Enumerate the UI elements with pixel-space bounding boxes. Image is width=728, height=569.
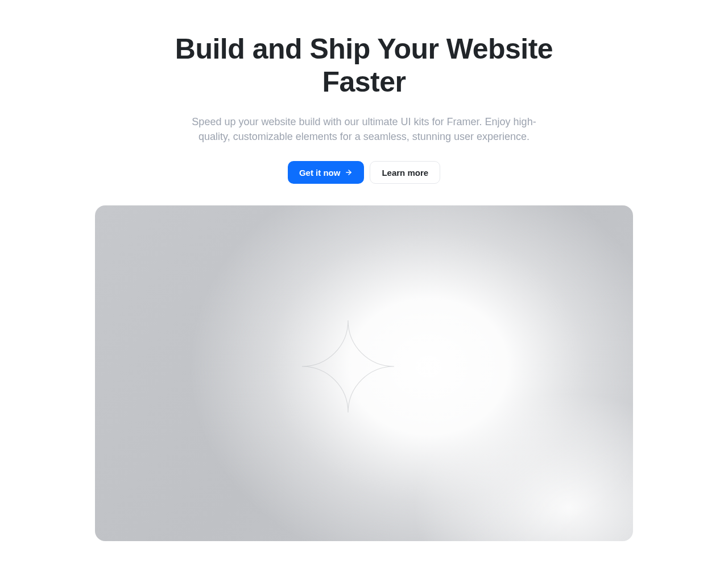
learn-more-button[interactable]: Learn more bbox=[370, 161, 440, 184]
cta-row: Get it now Learn more bbox=[288, 161, 440, 184]
get-it-now-button[interactable]: Get it now bbox=[288, 161, 365, 184]
hero-section: Build and Ship Your Website Faster Speed… bbox=[0, 0, 728, 541]
hero-subheadline: Speed up your website build with our ult… bbox=[182, 114, 546, 144]
arrow-right-icon bbox=[345, 168, 353, 176]
get-it-now-label: Get it now bbox=[299, 168, 341, 178]
hero-image bbox=[95, 205, 633, 541]
learn-more-label: Learn more bbox=[382, 168, 428, 178]
hero-headline: Build and Ship Your Website Faster bbox=[151, 33, 577, 98]
sparkle-icon bbox=[297, 315, 399, 418]
